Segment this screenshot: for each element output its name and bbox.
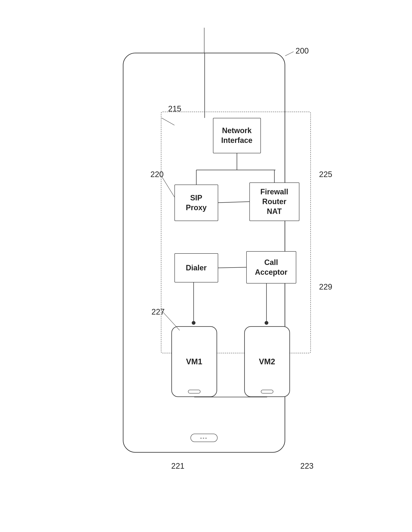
vm1-label: VM1 bbox=[186, 357, 202, 366]
call-acceptor-label: CallAcceptor bbox=[255, 258, 287, 277]
sip-proxy-box: SIPProxy bbox=[174, 185, 218, 221]
firewall-label: FirewallRouterNAT bbox=[260, 187, 288, 216]
dot-vm2 bbox=[265, 321, 268, 325]
ref-221: 221 bbox=[171, 462, 185, 471]
ref-220: 220 bbox=[150, 170, 164, 179]
svg-line-15 bbox=[285, 52, 294, 56]
ref-229: 229 bbox=[319, 283, 332, 291]
bottom-home-button: --- bbox=[190, 434, 217, 442]
sip-proxy-label: SIPProxy bbox=[186, 193, 206, 213]
dialer-box: Dialer bbox=[174, 253, 218, 283]
dialer-label: Dialer bbox=[186, 264, 206, 272]
vm2-phone: VM2 bbox=[244, 326, 290, 397]
network-interface-box: NetworkInterface bbox=[213, 118, 261, 153]
call-acceptor-box: CallAcceptor bbox=[246, 251, 296, 284]
ref-200: 200 bbox=[296, 47, 309, 55]
ref-227: 227 bbox=[151, 307, 165, 316]
vm1-phone: VM1 bbox=[171, 326, 217, 397]
vm2-phone-button bbox=[261, 390, 273, 393]
ref-225: 225 bbox=[319, 170, 332, 179]
diagram-container: 200 215 220 225 NetworkInterface SIPProx… bbox=[92, 28, 321, 486]
vm1-phone-button bbox=[188, 390, 200, 393]
bottom-button-label: --- bbox=[200, 435, 208, 441]
network-interface-label: NetworkInterface bbox=[221, 126, 252, 145]
vm2-label: VM2 bbox=[259, 357, 275, 366]
dot-vm1 bbox=[192, 321, 196, 325]
ref-223: 223 bbox=[300, 462, 314, 471]
outer-device: 215 220 225 NetworkInterface SIPProxy Fi… bbox=[123, 53, 285, 453]
firewall-box: FirewallRouterNAT bbox=[249, 182, 299, 221]
